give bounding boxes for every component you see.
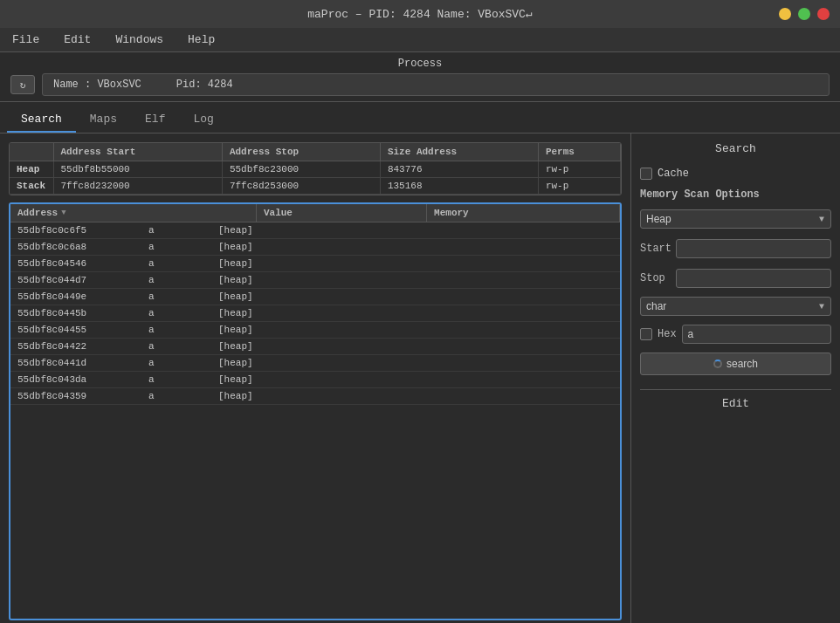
start-input[interactable] <box>676 239 831 258</box>
minimize-button[interactable] <box>779 8 791 20</box>
stop-label: Stop <box>640 272 671 284</box>
hex-input[interactable] <box>682 325 831 344</box>
table-row[interactable]: 55dbf8c044d7 a [heap] <box>10 272 620 289</box>
main-content: Address Start Address Stop Size Address … <box>0 134 840 623</box>
process-name: Name : VBoxSVC <box>53 79 141 91</box>
table-row[interactable]: 55dbf8c0441d a [heap] <box>10 355 620 372</box>
window-title: maProc – PID: 4284 Name: VBoxSVC↵ <box>307 7 532 21</box>
result-address: 55dbf8c0c6a8 <box>10 239 141 256</box>
regions-col-label <box>10 143 53 161</box>
result-memory: [heap] <box>211 388 620 405</box>
heap-select-wrapper: Heap Stack All ▼ <box>640 209 831 229</box>
window-controls <box>779 8 830 20</box>
result-memory: [heap] <box>211 272 620 289</box>
result-value: a <box>141 289 211 305</box>
process-section: Process ↻ Name : VBoxSVC Pid: 4284 <box>0 52 840 102</box>
process-label: Process <box>10 58 830 70</box>
menu-bar: File Edit Windows Help <box>0 28 840 52</box>
result-memory: [heap] <box>211 355 620 372</box>
result-memory: [heap] <box>211 256 620 272</box>
stop-row: Stop <box>640 269 831 288</box>
result-memory: [heap] <box>211 289 620 305</box>
close-button[interactable] <box>817 8 830 20</box>
region-addr-start: 55dbf8b55000 <box>53 161 222 178</box>
tab-maps[interactable]: Maps <box>76 107 131 133</box>
table-row[interactable]: Heap 55dbf8b55000 55dbf8c23000 843776 rw… <box>10 161 621 178</box>
result-memory: [heap] <box>211 305 620 322</box>
result-value: a <box>141 272 211 289</box>
result-value: a <box>141 305 211 322</box>
hex-row: Hex <box>640 325 831 344</box>
table-row[interactable]: 55dbf8c04359 a [heap] <box>10 388 620 405</box>
result-address: 55dbf8c043da <box>10 372 141 388</box>
cache-row: Cache <box>640 168 831 180</box>
regions-col-addr-stop: Address Stop <box>222 143 380 161</box>
table-row[interactable]: 55dbf8c04455 a [heap] <box>10 322 620 339</box>
table-row[interactable]: 55dbf8c04422 a [heap] <box>10 339 620 355</box>
stop-input[interactable] <box>676 269 831 288</box>
result-address: 55dbf8c04359 <box>10 388 141 405</box>
results-col-address[interactable]: Address ▼ <box>10 204 256 222</box>
type-select[interactable]: char int float double string <box>640 297 831 316</box>
result-value: a <box>141 339 211 355</box>
result-address: 55dbf8c0445b <box>10 305 141 322</box>
regions-table: Address Start Address Stop Size Address … <box>9 142 622 195</box>
heap-select[interactable]: Heap Stack All <box>640 209 831 229</box>
result-memory: [heap] <box>211 322 620 339</box>
result-value: a <box>141 355 211 372</box>
hex-label: Hex <box>658 328 677 340</box>
regions-col-addr-start: Address Start <box>53 143 222 161</box>
table-row[interactable]: Stack 7ffc8d232000 7ffc8d253000 135168 r… <box>10 178 621 195</box>
right-panel: Search Cache Memory Scan Options Heap St… <box>630 134 840 623</box>
table-row[interactable]: 55dbf8c043da a [heap] <box>10 372 620 388</box>
result-value: a <box>141 388 211 405</box>
hex-checkbox[interactable] <box>640 328 652 340</box>
tab-search[interactable]: Search <box>7 107 76 133</box>
region-perms: rw-p <box>538 178 620 195</box>
menu-help[interactable]: Help <box>182 31 220 48</box>
table-row[interactable]: 55dbf8c0c6f5 a [heap] <box>10 222 620 239</box>
result-memory: [heap] <box>211 339 620 355</box>
process-pid: Pid: 4284 <box>176 79 233 91</box>
region-size: 843776 <box>380 161 538 178</box>
region-perms: rw-p <box>538 161 620 178</box>
result-address: 55dbf8c04455 <box>10 322 141 339</box>
region-label: Stack <box>10 178 53 195</box>
table-row[interactable]: 55dbf8c04546 a [heap] <box>10 256 620 272</box>
refresh-button[interactable]: ↻ <box>10 75 35 94</box>
result-address: 55dbf8c0441d <box>10 355 141 372</box>
region-addr-stop: 55dbf8c23000 <box>222 161 380 178</box>
result-address: 55dbf8c04422 <box>10 339 141 355</box>
process-info-row: ↻ Name : VBoxSVC Pid: 4284 <box>10 73 830 96</box>
results-table: Address ▼ Value Memory <box>10 204 620 222</box>
process-details: Name : VBoxSVC Pid: 4284 <box>42 73 830 96</box>
menu-windows[interactable]: Windows <box>110 31 169 48</box>
maximize-button[interactable] <box>798 8 810 20</box>
result-address: 55dbf8c0c6f5 <box>10 222 141 239</box>
result-memory: [heap] <box>211 222 620 239</box>
right-search-title: Search <box>640 142 831 155</box>
regions-col-perms: Perms <box>538 143 620 161</box>
menu-file[interactable]: File <box>7 31 45 48</box>
table-row[interactable]: 55dbf8c0445b a [heap] <box>10 305 620 322</box>
start-row: Start <box>640 239 831 258</box>
search-button-label: search <box>726 358 758 370</box>
results-container: Address ▼ Value Memory 55dbf8c0c6f5 a [h… <box>9 202 622 620</box>
title-bar: maProc – PID: 4284 Name: VBoxSVC↵ <box>0 0 840 28</box>
result-address: 55dbf8c044d7 <box>10 272 141 289</box>
menu-edit[interactable]: Edit <box>59 31 96 48</box>
search-spinner-icon <box>713 359 722 368</box>
region-label: Heap <box>10 161 53 178</box>
table-row[interactable]: 55dbf8c0c6a8 a [heap] <box>10 239 620 256</box>
result-value: a <box>141 372 211 388</box>
results-scrollable[interactable]: 55dbf8c0c6f5 a [heap] 55dbf8c0c6a8 a [he… <box>10 222 620 467</box>
edit-title: Edit <box>640 389 831 410</box>
tab-log[interactable]: Log <box>179 107 227 133</box>
sort-arrow-icon: ▼ <box>61 209 65 217</box>
result-address: 55dbf8c04546 <box>10 256 141 272</box>
table-row[interactable]: 55dbf8c0449e a [heap] <box>10 289 620 305</box>
cache-checkbox[interactable] <box>640 168 652 180</box>
type-select-wrapper: char int float double string ▼ <box>640 297 831 316</box>
tab-elf[interactable]: Elf <box>131 107 179 133</box>
search-button[interactable]: search <box>640 353 831 375</box>
